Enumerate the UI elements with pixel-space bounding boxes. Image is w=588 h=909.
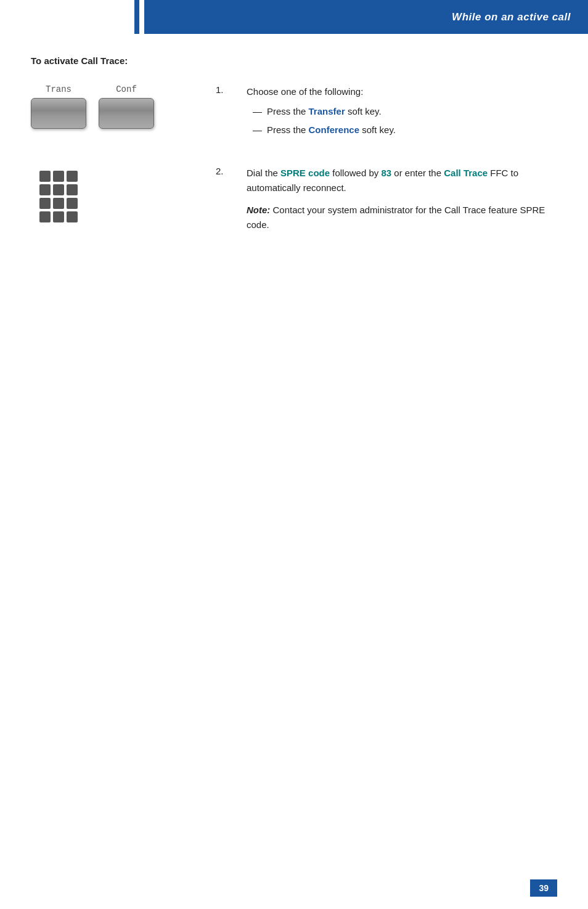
step-2-note: Note: Contact your system administrator … — [247, 203, 557, 232]
transfer-highlight: Transfer — [309, 106, 345, 116]
key-5 — [53, 184, 64, 195]
keypad-grid — [39, 171, 78, 222]
step-1-sub-1-text: Press the Transfer soft key. — [267, 104, 382, 119]
conf-softkey-image: Conf — [99, 84, 154, 129]
spre-code-highlight: SPRE code — [280, 168, 330, 178]
key-star — [39, 211, 51, 222]
step-2-number: 2. — [216, 166, 234, 176]
step-1-sub-2: — Press the Conference soft key. — [247, 123, 557, 137]
section-title: To activate Call Trace: — [31, 55, 557, 66]
conf-btn-graphic — [99, 98, 154, 129]
header-bar: While on an active call — [144, 0, 588, 34]
step-1-intro: Choose one of the following: — [247, 84, 557, 99]
key-4 — [39, 184, 51, 195]
83-highlight: 83 — [381, 168, 391, 178]
conference-highlight: Conference — [309, 124, 360, 135]
note-label: Note: — [247, 205, 270, 215]
key-3 — [67, 171, 78, 182]
step-1-sub-2-text: Press the Conference soft key. — [267, 123, 396, 137]
key-1 — [39, 171, 51, 182]
key-8 — [53, 198, 64, 209]
page-number: 39 — [530, 879, 557, 897]
steps-area: Trans Conf 1. Choose one of the followin… — [31, 84, 557, 237]
header-title: While on an active call — [452, 11, 571, 23]
step-1-number: 1. — [216, 84, 234, 95]
step-1-images: Trans Conf — [31, 84, 203, 129]
main-content: To activate Call Trace: Trans Conf 1. Ch… — [31, 55, 557, 237]
step-2-main-text: Dial the SPRE code followed by 83 or ent… — [247, 166, 557, 195]
key-6 — [67, 184, 78, 195]
call-trace-highlight: Call Trace — [444, 168, 488, 178]
conf-label: Conf — [116, 84, 137, 94]
keypad-image — [31, 168, 86, 222]
left-bar-accent — [134, 0, 139, 34]
step-2-content: Dial the SPRE code followed by 83 or ent… — [247, 166, 557, 237]
key-pound — [67, 211, 78, 222]
key-2 — [53, 171, 64, 182]
step-1-row: Trans Conf 1. Choose one of the followin… — [31, 84, 557, 141]
step-2-row: 2. Dial the SPRE code followed by 83 or … — [31, 166, 557, 237]
key-9 — [67, 198, 78, 209]
trans-softkey-image: Trans — [31, 84, 86, 129]
key-0 — [53, 211, 64, 222]
trans-label: Trans — [46, 84, 71, 94]
step-1-sub-1: — Press the Transfer soft key. — [247, 104, 557, 119]
step-2-images — [31, 166, 203, 222]
trans-btn-graphic — [31, 98, 86, 129]
key-7 — [39, 198, 51, 209]
step-1-content: Choose one of the following: — Press the… — [247, 84, 557, 141]
